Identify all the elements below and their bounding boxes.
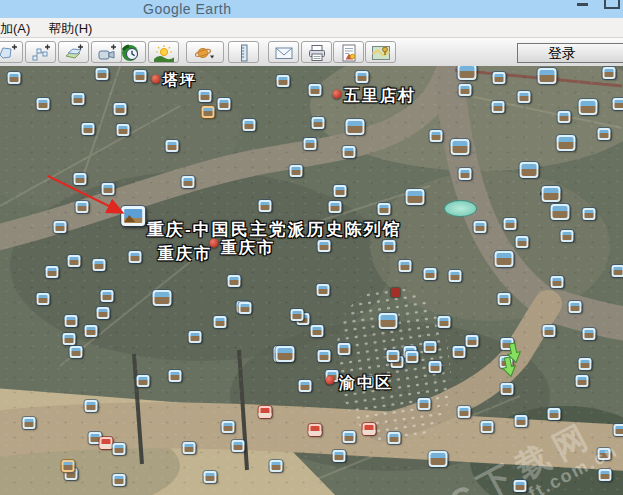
photo-icon[interactable] bbox=[459, 168, 472, 180]
photo-icon[interactable] bbox=[543, 325, 556, 337]
photo-icon[interactable] bbox=[137, 375, 150, 387]
photo-icon[interactable] bbox=[474, 221, 487, 233]
photo-icon[interactable] bbox=[495, 251, 514, 267]
photo-icon[interactable] bbox=[291, 309, 304, 321]
photo-icon[interactable] bbox=[613, 98, 623, 110]
photo-icon[interactable] bbox=[504, 218, 517, 230]
photo-icon[interactable] bbox=[182, 176, 195, 188]
photo-icon[interactable] bbox=[579, 99, 598, 115]
view-in-maps-button[interactable] bbox=[365, 41, 396, 63]
photo-icon[interactable] bbox=[501, 383, 514, 395]
photo-icon[interactable] bbox=[492, 101, 505, 113]
ruler-button[interactable] bbox=[228, 41, 259, 63]
record-tour-button[interactable] bbox=[91, 41, 122, 63]
place-label[interactable]: 重庆市 bbox=[221, 238, 275, 259]
photo-icon[interactable] bbox=[318, 240, 331, 252]
photo-icon[interactable] bbox=[228, 275, 241, 287]
minimize-icon[interactable] bbox=[577, 3, 588, 6]
photo-icon[interactable] bbox=[583, 328, 596, 340]
photo-icon[interactable] bbox=[134, 70, 147, 82]
photo-icon[interactable] bbox=[102, 183, 115, 195]
photo-icon[interactable] bbox=[153, 290, 172, 306]
photo-icon[interactable] bbox=[424, 341, 437, 353]
photo-icon[interactable] bbox=[169, 370, 182, 382]
photo-icon[interactable] bbox=[551, 204, 570, 220]
place-label[interactable]: 五里店村 bbox=[344, 86, 416, 107]
photo-icon[interactable] bbox=[114, 103, 127, 115]
photo-icon[interactable] bbox=[37, 293, 50, 305]
photo-icon[interactable] bbox=[276, 346, 295, 362]
photo-icon[interactable] bbox=[515, 415, 528, 427]
place-label[interactable]: 渝中区 bbox=[339, 373, 393, 394]
photo-icon[interactable] bbox=[166, 140, 179, 152]
photo-icon[interactable] bbox=[424, 268, 437, 280]
photo-icon[interactable] bbox=[63, 333, 76, 345]
photo-icon[interactable] bbox=[239, 302, 252, 314]
photo-icon[interactable] bbox=[100, 437, 113, 449]
photo-icon[interactable] bbox=[561, 230, 574, 242]
photo-icon[interactable] bbox=[343, 431, 356, 443]
photo-icon[interactable] bbox=[379, 313, 398, 329]
photo-icon[interactable] bbox=[46, 266, 59, 278]
photo-icon[interactable] bbox=[8, 72, 21, 84]
photo-icon[interactable] bbox=[458, 66, 477, 80]
photo-icon[interactable] bbox=[312, 117, 325, 129]
photo-icon[interactable] bbox=[259, 406, 272, 418]
photo-icon[interactable] bbox=[62, 460, 75, 472]
photo-icon[interactable] bbox=[37, 98, 50, 110]
photo-icon[interactable] bbox=[430, 130, 443, 142]
photo-icon[interactable] bbox=[70, 346, 83, 358]
photo-icon[interactable] bbox=[334, 185, 347, 197]
photo-icon[interactable] bbox=[309, 424, 322, 436]
photo-icon[interactable] bbox=[599, 469, 612, 481]
login-button[interactable]: 登录 bbox=[517, 43, 623, 63]
add-image-overlay-button[interactable] bbox=[58, 41, 89, 63]
sunlight-button[interactable] bbox=[148, 41, 179, 63]
target-photo-icon[interactable] bbox=[121, 206, 145, 226]
photo-icon[interactable] bbox=[458, 406, 471, 418]
photo-icon[interactable] bbox=[232, 440, 245, 452]
photo-icon[interactable] bbox=[311, 325, 324, 337]
photo-icon[interactable] bbox=[304, 138, 317, 150]
photo-icon[interactable] bbox=[277, 75, 290, 87]
photo-icon[interactable] bbox=[518, 91, 531, 103]
photo-icon[interactable] bbox=[113, 474, 126, 486]
photo-icon[interactable] bbox=[418, 398, 431, 410]
photo-icon[interactable] bbox=[406, 189, 425, 205]
photo-icon[interactable] bbox=[183, 442, 196, 454]
photo-icon[interactable] bbox=[76, 201, 89, 213]
photo-icon[interactable] bbox=[346, 119, 365, 135]
photo-icon[interactable] bbox=[612, 265, 623, 277]
photo-icon[interactable] bbox=[451, 139, 470, 155]
photo-icon[interactable] bbox=[579, 358, 592, 370]
photo-icon[interactable] bbox=[290, 165, 303, 177]
photo-icon[interactable] bbox=[383, 240, 396, 252]
photo-icon[interactable] bbox=[222, 421, 235, 433]
photo-icon[interactable] bbox=[576, 375, 589, 387]
photo-icon[interactable] bbox=[498, 293, 511, 305]
photo-icon[interactable] bbox=[97, 307, 110, 319]
photo-icon[interactable] bbox=[309, 84, 322, 96]
photo-icon[interactable] bbox=[85, 400, 98, 412]
photo-icon[interactable] bbox=[74, 173, 87, 185]
photo-icon[interactable] bbox=[453, 346, 466, 358]
photo-icon[interactable] bbox=[129, 251, 142, 263]
photo-icon[interactable] bbox=[387, 350, 400, 362]
photo-icon[interactable] bbox=[317, 284, 330, 296]
photo-icon[interactable] bbox=[429, 361, 442, 373]
print-button[interactable] bbox=[301, 41, 332, 63]
placemark-dot[interactable] bbox=[152, 75, 161, 84]
photo-icon[interactable] bbox=[68, 255, 81, 267]
photo-icon[interactable] bbox=[338, 343, 351, 355]
photo-icon[interactable] bbox=[117, 124, 130, 136]
photo-icon[interactable] bbox=[214, 316, 227, 328]
photo-icon[interactable] bbox=[406, 351, 419, 363]
photo-icon[interactable] bbox=[603, 67, 616, 79]
photo-icon[interactable] bbox=[259, 200, 272, 212]
photo-icon[interactable] bbox=[542, 186, 561, 202]
photo-icon[interactable] bbox=[459, 84, 472, 96]
photo-icon[interactable] bbox=[514, 480, 527, 492]
photo-icon[interactable] bbox=[558, 111, 571, 123]
placemark-dot[interactable] bbox=[326, 376, 335, 385]
photo-icon[interactable] bbox=[243, 119, 256, 131]
